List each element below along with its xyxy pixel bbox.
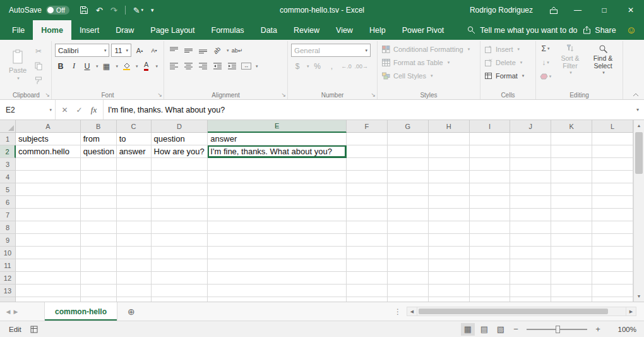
cell-J14[interactable] (510, 297, 551, 302)
cell-B2[interactable]: question (81, 145, 117, 158)
feedback-smiley-icon[interactable]: ☺ (626, 25, 636, 35)
cell-F13[interactable] (347, 285, 388, 297)
cell-H3[interactable] (429, 158, 470, 171)
zoom-slider[interactable] (527, 329, 587, 330)
cell-D13[interactable] (152, 285, 208, 297)
cell-I10[interactable] (470, 247, 511, 259)
fill-color-icon[interactable] (120, 60, 133, 73)
decrease-indent-icon[interactable] (211, 60, 224, 73)
cell-B4[interactable] (81, 171, 117, 183)
comma-icon[interactable]: , (326, 60, 338, 73)
cell-E1[interactable]: answer (208, 133, 347, 145)
share-button[interactable]: Share (583, 26, 616, 35)
cell-I7[interactable] (470, 209, 511, 221)
user-name[interactable]: Rodrigo Rodriguez (470, 6, 533, 15)
qat-customize-icon[interactable]: ▾ (151, 7, 154, 13)
minimize-button[interactable]: — (564, 0, 591, 20)
cell-I2[interactable] (470, 145, 511, 158)
cell-C8[interactable] (117, 221, 152, 234)
cell-I12[interactable] (470, 272, 511, 285)
currency-icon[interactable]: $ (291, 60, 304, 73)
cell-H12[interactable] (429, 272, 470, 285)
cell-I9[interactable] (470, 234, 511, 247)
cell-J7[interactable] (510, 209, 551, 221)
cell-J5[interactable] (510, 183, 551, 196)
cell-G1[interactable] (388, 133, 429, 145)
cell-D4[interactable] (152, 171, 208, 183)
ribbon-tab-file[interactable]: File (4, 20, 33, 40)
format-button[interactable]: Format▾ (484, 69, 532, 82)
autosave-toggle[interactable]: AutoSave Off (9, 6, 69, 15)
ribbon-tab-review[interactable]: Review (285, 20, 328, 40)
cell-F10[interactable] (347, 247, 388, 259)
cell-L4[interactable] (592, 171, 633, 183)
cell-K11[interactable] (551, 259, 592, 272)
font-color-dropdown-icon[interactable]: ▾ (156, 64, 158, 69)
cell-L1[interactable] (592, 133, 633, 145)
view-page-break-icon[interactable]: ▧ (494, 323, 508, 336)
cell-E7[interactable] (208, 209, 347, 221)
scroll-up-icon[interactable]: ▲ (634, 120, 644, 131)
cell-F11[interactable] (347, 259, 388, 272)
currency-dropdown-icon[interactable]: ▾ (307, 64, 309, 69)
ribbon-tab-data[interactable]: Data (253, 20, 285, 40)
cell-D1[interactable]: question (152, 133, 208, 145)
font-size-select[interactable]: 11▾ (111, 44, 131, 57)
close-button[interactable]: ✕ (617, 0, 644, 20)
row-header-2[interactable]: 2 (0, 145, 16, 158)
bold-button[interactable]: B (55, 62, 66, 71)
cell-B9[interactable] (81, 234, 117, 247)
cell-G14[interactable] (388, 297, 429, 302)
horizontal-scrollbar[interactable]: ◀ ▶ (407, 307, 636, 316)
row-header-14[interactable] (0, 297, 16, 302)
cell-E14[interactable] (208, 297, 347, 302)
cell-F3[interactable] (347, 158, 388, 171)
increase-indent-icon[interactable] (225, 60, 238, 73)
cell-H2[interactable] (429, 145, 470, 158)
align-top-icon[interactable] (167, 44, 180, 57)
format-as-table-button[interactable]: Format as Table▾ (381, 56, 477, 69)
column-header-J[interactable]: J (510, 120, 551, 133)
increase-font-icon[interactable]: A▴ (133, 44, 146, 57)
cell-F6[interactable] (347, 196, 388, 209)
conditional-formatting-button[interactable]: Conditional Formatting▾ (381, 42, 477, 56)
cell-K4[interactable] (551, 171, 592, 183)
cell-K13[interactable] (551, 285, 592, 297)
zoom-out-button[interactable]: − (510, 324, 522, 334)
cell-L7[interactable] (592, 209, 633, 221)
cell-L9[interactable] (592, 234, 633, 247)
hscroll-left-icon[interactable]: ◀ (407, 307, 417, 316)
row-header-10[interactable]: 10 (0, 247, 16, 259)
cell-B7[interactable] (81, 209, 117, 221)
cell-E6[interactable] (208, 196, 347, 209)
cell-L11[interactable] (592, 259, 633, 272)
cell-E9[interactable] (208, 234, 347, 247)
column-header-D[interactable]: D (152, 120, 208, 133)
format-painter-icon[interactable] (32, 74, 45, 87)
borders-dropdown-icon[interactable]: ▾ (116, 64, 119, 69)
column-header-B[interactable]: B (81, 120, 117, 133)
insert-function-icon[interactable]: fx (86, 105, 101, 115)
cell-J2[interactable] (510, 145, 551, 158)
row-header-7[interactable]: 7 (0, 209, 16, 221)
row-header-13[interactable]: 13 (0, 285, 16, 297)
orientation-icon[interactable]: ab (211, 44, 224, 57)
cell-L13[interactable] (592, 285, 633, 297)
cell-A6[interactable] (16, 196, 81, 209)
cell-L2[interactable] (592, 145, 633, 158)
autosave-pill[interactable]: Off (46, 6, 69, 15)
row-header-1[interactable]: 1 (0, 133, 16, 145)
cell-H9[interactable] (429, 234, 470, 247)
cell-J10[interactable] (510, 247, 551, 259)
column-header-C[interactable]: C (117, 120, 152, 133)
cell-D11[interactable] (152, 259, 208, 272)
ribbon-tab-insert[interactable]: Insert (71, 20, 107, 40)
cell-A7[interactable] (16, 209, 81, 221)
row-header-3[interactable]: 3 (0, 158, 16, 171)
sort-filter-button[interactable]: Sort & Filter ▾ (554, 42, 587, 83)
column-header-E[interactable]: E (208, 120, 347, 133)
borders-icon[interactable]: ▦ (100, 60, 113, 73)
cell-H14[interactable] (429, 297, 470, 302)
cell-K12[interactable] (551, 272, 592, 285)
cell-J8[interactable] (510, 221, 551, 234)
